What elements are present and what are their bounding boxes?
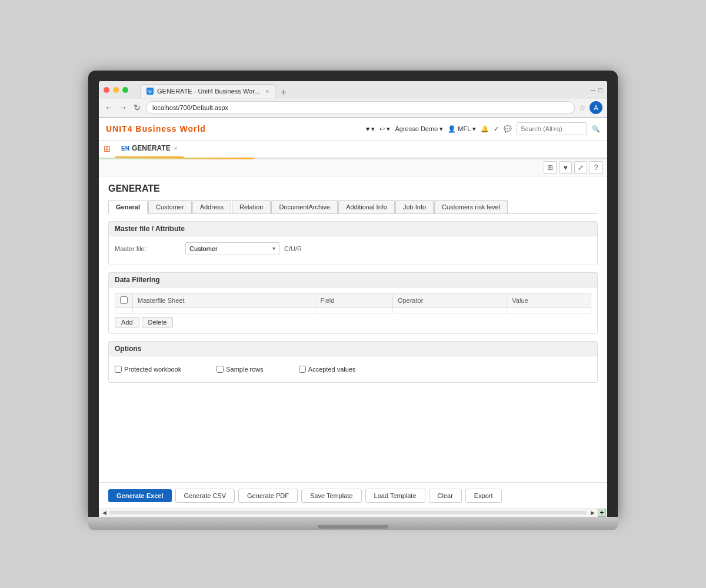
cur-label: C/U/R [284,245,302,252]
options-section: Options Protected workbook Sample rows [108,341,598,383]
accepted-values-text: Accepted values [308,366,356,373]
data-filtering-section: Data Filtering Masterfile Sheet Field [108,272,598,334]
generate-pdf-button[interactable]: Generate PDF [238,489,298,503]
save-template-button[interactable]: Save Template [301,489,362,503]
tab-documentarchive[interactable]: DocumentArchive [271,200,338,213]
nav-tab-close[interactable]: × [174,145,178,152]
nav-tab-generate[interactable]: EN GENERATE × [115,141,184,158]
col-masterfile-sheet: Masterfile Sheet [133,293,315,308]
horizontal-scrollbar[interactable]: ◀ ▶ + [99,509,607,517]
tab-address[interactable]: Address [192,200,231,213]
masterfile-control: Customer ▾ C/U/R [185,242,302,255]
accepted-values-label[interactable]: Accepted values [299,366,356,373]
app-toolbar: ⊞ ♥ ⤢ ? [99,159,607,176]
minimize-btn[interactable]: ─ [591,86,595,93]
tab-title: GENERATE - Unit4 Business Wor... [157,88,259,95]
protected-workbook-text: Protected workbook [124,366,181,373]
tab-general[interactable]: General [108,200,148,214]
app-header: UNIT4 Business World ♥ ▾ ↩ ▾ Agresso Dem… [99,118,607,141]
url-bar[interactable] [146,101,575,114]
account-icon[interactable]: A [590,101,602,114]
bookmark-icon[interactable]: ☆ [578,103,586,112]
select-all-checkbox[interactable] [120,296,128,304]
clear-button[interactable]: Clear [429,489,462,503]
col-checkbox [115,293,133,308]
header-notifications[interactable]: 🔔 [481,125,489,133]
forward-button[interactable]: → [118,102,128,113]
browser-tab[interactable]: U GENERATE - Unit4 Business Wor... × [140,84,275,98]
masterfile-row: Master file: Customer ▾ C/U/R [115,242,591,255]
table-row-empty [115,308,591,313]
scroll-track[interactable] [109,511,587,514]
content-tabs: General Customer Address Relation Docume… [108,200,598,214]
header-chat[interactable]: 💬 [504,125,512,133]
tab-favicon: U [146,88,154,95]
header-right: ♥ ▾ ↩ ▾ Agresso Demo ▾ 👤 MFL ▾ 🔔 ✓ 💬 🔍 [366,122,600,135]
accepted-values-checkbox[interactable] [299,366,306,373]
select-arrow-icon: ▾ [272,245,275,252]
tab-close-btn[interactable]: × [265,88,269,95]
masterfile-select[interactable]: Customer ▾ [185,242,279,255]
load-template-button[interactable]: Load Template [365,489,425,503]
header-demo[interactable]: Agresso Demo ▾ [395,125,443,133]
header-user[interactable]: 👤 MFL ▾ [448,125,476,133]
toolbar-layout-icon[interactable]: ⊞ [544,161,557,174]
tab-customers-risk[interactable]: Customers risk level [434,200,508,213]
generate-excel-button[interactable]: Generate Excel [108,489,172,502]
reload-button[interactable]: ↻ [132,102,142,113]
search-icon[interactable]: 🔍 [592,125,600,133]
tab-additional-info[interactable]: Additional Info [338,200,395,213]
export-button[interactable]: Export [465,489,502,503]
table-actions: Add Delete [115,317,591,328]
scroll-left-arrow[interactable]: ◀ [100,509,108,517]
back-button[interactable]: ← [104,102,114,113]
grid-icon[interactable]: ⊞ [104,144,111,153]
nav-tab-lang: EN [121,145,129,152]
masterfile-label: Master file: [115,245,185,252]
nav-tab-label: GENERATE [132,144,171,152]
tab-relation[interactable]: Relation [232,200,271,213]
toolbar-favorites-icon[interactable]: ♥ [559,161,572,174]
header-check[interactable]: ✓ [494,125,499,133]
col-operator: Operator [392,293,507,308]
protected-workbook-label[interactable]: Protected workbook [115,366,181,373]
sample-rows-text: Sample rows [226,366,264,373]
options-row: Protected workbook Sample rows Accepted … [115,362,591,376]
app-nav: ⊞ EN GENERATE × [99,141,607,159]
toolbar-expand-icon[interactable]: ⤢ [574,161,587,174]
tab-job-info[interactable]: Job Info [395,200,434,213]
tab-customer[interactable]: Customer [148,200,192,213]
footer-bar: Generate Excel Generate CSV Generate PDF… [99,482,607,509]
main-content: GENERATE General Customer Address Relati… [99,176,607,482]
data-filtering-header: Data Filtering [109,273,597,288]
options-section-header: Options [109,342,597,356]
new-tab-button[interactable]: + [278,86,289,98]
masterfile-value: Customer [189,245,218,252]
generate-csv-button[interactable]: Generate CSV [175,489,235,503]
delete-button[interactable]: Delete [142,317,174,328]
masterfile-section-header: Master file / Attribute [109,222,597,236]
col-field: Field [315,293,392,308]
filter-table: Masterfile Sheet Field Operator Value [115,293,591,313]
header-favorites[interactable]: ♥ ▾ [366,125,375,133]
maximize-btn[interactable]: □ [598,86,602,93]
scroll-right-arrow[interactable]: ▶ [588,509,597,517]
page-title: GENERATE [108,183,598,194]
protected-workbook-checkbox[interactable] [115,366,122,373]
sample-rows-checkbox[interactable] [217,366,224,373]
toolbar-help-icon[interactable]: ? [590,161,602,174]
app-logo: UNIT4 Business World [106,124,206,133]
sample-rows-label[interactable]: Sample rows [217,366,264,373]
add-button[interactable]: Add [115,317,139,328]
header-history[interactable]: ↩ ▾ [379,125,390,133]
search-input[interactable] [517,122,587,135]
scroll-plus-button[interactable]: + [598,509,606,517]
col-value: Value [507,293,591,308]
masterfile-section: Master file / Attribute Master file: Cus… [108,221,598,265]
